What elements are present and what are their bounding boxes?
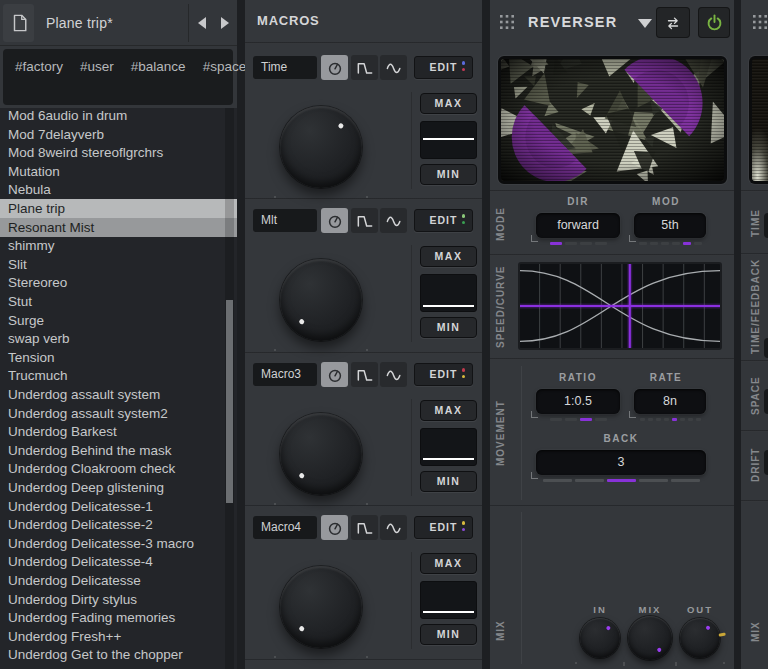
power-button[interactable]: [698, 7, 730, 38]
preset-item[interactable]: Underdog Fading memories: [0, 608, 237, 627]
preset-item[interactable]: Underdog Cloakroom check: [0, 459, 237, 478]
preset-item[interactable]: Resonant Mist: [0, 218, 237, 237]
preset-item[interactable]: Underdog assault system: [0, 385, 237, 404]
preset-item[interactable]: Mod 7delayverb: [0, 125, 237, 144]
module-selector[interactable]: REVERSER: [528, 14, 617, 30]
tag[interactable]: #user: [80, 59, 114, 74]
envelope-icon: [355, 518, 375, 538]
in-knob[interactable]: [580, 618, 620, 658]
preset-item[interactable]: Slit: [0, 255, 237, 274]
scrollbar-thumb[interactable]: [226, 300, 233, 503]
macro-mode-envelope-button[interactable]: [351, 362, 378, 387]
tag[interactable]: #space: [203, 59, 247, 74]
preset-item[interactable]: Underdog Deep glistening: [0, 478, 237, 497]
macro-knob[interactable]: [280, 566, 362, 648]
preset-item[interactable]: Surge: [0, 311, 237, 330]
macro-mode-knob-button[interactable]: [321, 55, 348, 80]
macro-range-display[interactable]: [420, 428, 477, 466]
macro-min-button[interactable]: MIN: [420, 317, 477, 338]
preset-item[interactable]: Nebula: [0, 180, 237, 199]
tag[interactable]: #balance: [131, 59, 186, 74]
module-drag-handle-icon[interactable]: [752, 13, 768, 31]
preset-item[interactable]: Plane trip: [0, 199, 237, 218]
macro-name-field[interactable]: Time: [253, 56, 317, 79]
preset-item[interactable]: Underdog Barkest: [0, 422, 237, 441]
preset-item[interactable]: Underdog Delicatesse-2: [0, 515, 237, 534]
preset-item[interactable]: Tension: [0, 348, 237, 367]
preset-item[interactable]: Underdog Behind the mask: [0, 441, 237, 460]
browser-header: Plane trip*: [0, 0, 237, 46]
macro-knob[interactable]: [280, 106, 362, 188]
macro-mode-lfo-button[interactable]: [380, 515, 407, 540]
macro-min-button[interactable]: MIN: [420, 471, 477, 492]
preset-item[interactable]: Underdog assault system2: [0, 404, 237, 423]
macro-edit-button[interactable]: EDIT: [414, 516, 473, 539]
macro-range-display[interactable]: [420, 581, 477, 619]
ratio-selector[interactable]: 1:0.5: [536, 389, 620, 414]
macro-mode-knob-button[interactable]: [321, 208, 348, 233]
next-preset-button[interactable]: [221, 17, 229, 29]
tag[interactable]: #factory: [15, 59, 63, 74]
new-preset-button[interactable]: [3, 4, 34, 42]
speed-curve-graph[interactable]: [518, 262, 722, 350]
out-knob[interactable]: [680, 618, 720, 658]
preset-item[interactable]: Trucmuch: [0, 366, 237, 385]
preset-item[interactable]: Underdog Delicatesse-4: [0, 552, 237, 571]
macro-mode-envelope-button[interactable]: [351, 515, 378, 540]
macro-name-field[interactable]: Macro4: [253, 516, 317, 539]
mod-label: MOD: [626, 196, 706, 207]
preset-item[interactable]: Mutation: [0, 162, 237, 181]
tag-filter-box: #factory#user#balance#space#remix: [3, 49, 233, 105]
macro-max-button[interactable]: MAX: [420, 400, 477, 421]
macro-edit-button[interactable]: EDIT: [414, 209, 473, 232]
macro-min-button[interactable]: MIN: [420, 164, 477, 185]
current-preset-name[interactable]: Plane trip*: [46, 15, 113, 31]
macro-knob[interactable]: [280, 259, 362, 341]
preset-item[interactable]: shimmy: [0, 236, 237, 255]
preset-item[interactable]: swap verb: [0, 329, 237, 348]
randomize-button[interactable]: [656, 7, 690, 38]
preset-item[interactable]: Mod 8weird stereoflgrchrs: [0, 143, 237, 162]
preset-scrollbar[interactable]: [225, 108, 234, 669]
rate-selector[interactable]: 8n: [634, 389, 706, 414]
macro-edit-button[interactable]: EDIT: [414, 363, 473, 386]
macro-knob[interactable]: [280, 413, 362, 495]
macro-max-button[interactable]: MAX: [420, 553, 477, 574]
mix-label: MIX: [628, 604, 672, 615]
macro-name-field[interactable]: Macro3: [253, 363, 317, 386]
macro-mode-lfo-button[interactable]: [380, 208, 407, 233]
preset-item[interactable]: Stut: [0, 292, 237, 311]
dir-selector[interactable]: forward: [536, 213, 620, 238]
mod-selector[interactable]: 5th: [634, 213, 706, 238]
knob-icon: [325, 365, 345, 385]
preset-item[interactable]: Underdog Delicatesse-1: [0, 497, 237, 516]
back-selector[interactable]: 3: [536, 450, 706, 475]
macro-range-display[interactable]: [420, 274, 477, 312]
sine-wave-icon: [384, 365, 404, 385]
macro-mode-envelope-button[interactable]: [351, 208, 378, 233]
mix-knob[interactable]: [628, 616, 672, 660]
macro-mode-knob-button[interactable]: [321, 515, 348, 540]
previous-preset-button[interactable]: [198, 17, 206, 29]
module-drag-handle-icon[interactable]: [498, 13, 516, 31]
preset-item[interactable]: Stereoreo: [0, 273, 237, 292]
preset-item[interactable]: Underdog Dirty stylus: [0, 590, 237, 609]
chevron-down-icon[interactable]: [638, 19, 652, 28]
divider: [411, 552, 412, 649]
macro-mode-lfo-button[interactable]: [380, 55, 407, 80]
macro-range-display[interactable]: [420, 121, 477, 159]
preset-item[interactable]: Underdog Delicatesse-3 macro: [0, 534, 237, 553]
macro-edit-button[interactable]: EDIT: [414, 56, 473, 79]
preset-item[interactable]: Mod 6audio in drum: [0, 108, 237, 125]
rate-step-indicator: [634, 418, 706, 421]
macro-min-button[interactable]: MIN: [420, 624, 477, 645]
macro-mode-envelope-button[interactable]: [351, 55, 378, 80]
macro-name-field[interactable]: Mlt: [253, 209, 317, 232]
macro-max-button[interactable]: MAX: [420, 93, 477, 114]
preset-item[interactable]: Underdog Get to the chopper: [0, 645, 237, 664]
preset-item[interactable]: Underdog Delicatesse: [0, 571, 237, 590]
preset-item[interactable]: Underdog Fresh++: [0, 627, 237, 646]
macro-mode-knob-button[interactable]: [321, 362, 348, 387]
macro-max-button[interactable]: MAX: [420, 246, 477, 267]
macro-mode-lfo-button[interactable]: [380, 362, 407, 387]
